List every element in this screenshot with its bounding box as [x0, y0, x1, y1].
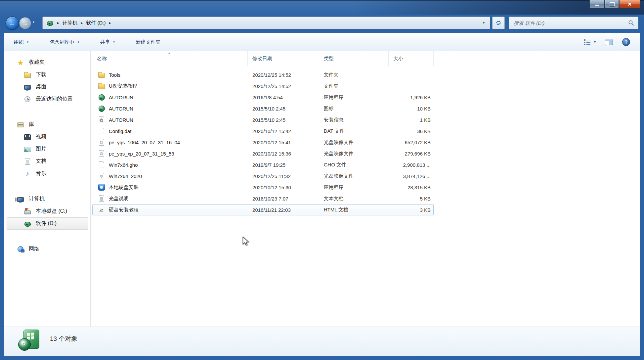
main-area: ★收藏夹下载桌面最近访问的位置库视频图片文档♪音乐计算机本地磁盘 (C:)软件 … [4, 51, 640, 327]
chevron-down-icon: ▼ [26, 41, 29, 44]
file-type: 光盘映像文件 [319, 151, 389, 157]
sidebar-item-计算机[interactable]: 计算机 [7, 193, 88, 205]
file-row[interactable]: AUTORUN2015/5/10 2:45图标10 KB [92, 103, 434, 114]
sidebar-item-库[interactable]: 库 [7, 118, 88, 131]
sidebar-item-label: 图片 [36, 146, 46, 153]
file-row[interactable]: pe_yqs_1064_20_07_31_16_042020/10/12 15:… [92, 137, 434, 148]
sidebar-item-软件 (D:)[interactable]: 软件 (D:) [7, 217, 88, 230]
file-row[interactable]: 本地硬盘安装2020/10/12 15:30应用程序28,315 KB [92, 182, 434, 193]
toolbar-button-4[interactable]: 新建文件夹 [136, 39, 161, 45]
file-row[interactable]: pe_yqs_xp_20_07_31_15_532020/10/12 15:36… [92, 148, 434, 159]
file-size: 36 KB [388, 128, 433, 134]
file-name-cell: Win7x64_2020 [93, 173, 248, 179]
sidebar-item-音乐[interactable]: ♪音乐 [7, 167, 88, 180]
forward-button[interactable]: → [19, 17, 31, 29]
file-type: HTML 文档 [319, 207, 389, 213]
toolbar-button-1[interactable]: 组织▼ [14, 39, 29, 45]
file-row[interactable]: Win7x64_20202020/12/25 11:32光盘映像文件3,874,… [92, 170, 434, 182]
sidebar-item-本地磁盘 (C:)[interactable]: 本地磁盘 (C:) [7, 205, 88, 217]
ie-html-icon [97, 206, 106, 213]
views-icon[interactable] [584, 39, 590, 45]
address-bar[interactable]: ▶计算机▶软件 (D:)▶ ▼ [42, 17, 490, 29]
chevron-down-icon: ▼ [77, 41, 80, 44]
file-row[interactable]: Win7x64.gho2019/9/7 19:25GHO 文件2,900,813… [92, 159, 434, 170]
breadcrumb-separator-icon: ▶ [81, 22, 83, 24]
sidebar-item-下载[interactable]: 下载 [7, 68, 88, 81]
sidebar-item-label: 软件 (D:) [36, 220, 57, 227]
help-icon[interactable]: ? [622, 38, 630, 46]
breadcrumb-item[interactable]: 计算机 [63, 20, 77, 26]
file-date: 2020/12/25 11:32 [248, 173, 319, 179]
blank-file-icon [97, 128, 106, 134]
back-button[interactable]: ← [6, 17, 19, 30]
file-row[interactable]: Config.dat2020/10/12 15:42DAT 文件36 KB [92, 125, 434, 137]
recent-places-icon [23, 96, 32, 102]
sidebar-item-最近访问的位置[interactable]: 最近访问的位置 [7, 93, 88, 105]
maximize-button[interactable] [605, 0, 619, 8]
search-input[interactable] [513, 20, 628, 26]
search-box[interactable] [509, 17, 638, 29]
file-name-cell: U盘安装教程 [93, 83, 248, 89]
file-name: 本地硬盘安装 [109, 184, 139, 191]
file-name-cell: AUTORUN [93, 94, 248, 101]
file-name: Config.dat [109, 128, 131, 134]
file-size: 652,072 KB [388, 140, 433, 145]
setup-info-icon [97, 116, 106, 123]
file-name-cell: AUTORUN [93, 116, 248, 123]
file-name: AUTORUN [109, 117, 133, 123]
column-header-date[interactable]: 修改日期 [248, 51, 319, 66]
file-name: 光盘说明 [109, 196, 129, 202]
file-row[interactable]: 光盘说明2016/10/23 7:07文本文档5 KB [92, 193, 434, 204]
file-name: 硬盘安装教程 [109, 207, 139, 213]
address-dropdown-icon[interactable]: ▼ [482, 21, 487, 24]
sidebar-item-label: 最近访问的位置 [36, 96, 73, 103]
file-size: 1,926 KB [388, 95, 433, 100]
file-row[interactable]: AUTORUN2015/5/10 2:45安装信息1 KB [92, 114, 434, 125]
file-type: 文本文档 [319, 196, 389, 202]
file-date: 2020/10/12 15:36 [248, 151, 319, 157]
sidebar-group: 网络 [4, 243, 90, 255]
column-header-type[interactable]: 类型 [319, 51, 389, 66]
minimize-button[interactable] [589, 0, 605, 8]
refresh-button[interactable] [492, 17, 505, 29]
file-name: pe_yqs_xp_20_07_31_15_53 [109, 151, 174, 157]
file-row[interactable]: Tools2020/12/25 14:52文件夹 [92, 69, 434, 80]
views-dropdown-icon[interactable]: ▼ [593, 40, 596, 44]
breadcrumb-separator-icon: ▶ [109, 22, 111, 24]
sidebar-item-图片[interactable]: 图片 [7, 143, 88, 155]
file-row[interactable]: AUTORUN2016/1/8 4:54应用程序1,926 KB [92, 92, 434, 103]
close-icon [627, 2, 632, 6]
file-date: 2015/5/10 2:45 [248, 106, 319, 112]
preview-pane-icon[interactable] [605, 39, 613, 45]
blank-file-icon [97, 161, 106, 168]
sidebar-group: ★收藏夹下载桌面最近访问的位置 [4, 56, 90, 105]
column-header-label: 名称 [97, 56, 107, 62]
column-header-size[interactable]: 大小 [389, 51, 434, 66]
sidebar-item-文档[interactable]: 文档 [7, 155, 88, 167]
file-row[interactable]: 硬盘安装教程2016/11/21 22:03HTML 文档3 KB [92, 204, 434, 215]
drive-d-large-icon [18, 330, 41, 351]
file-date: 2019/9/7 19:25 [248, 162, 319, 168]
sidebar-item-label: 下载 [36, 71, 46, 78]
sidebar-item-桌面[interactable]: 桌面 [7, 81, 88, 93]
file-name-cell: Config.dat [93, 128, 248, 134]
command-toolbar: 组织▼包含到库中▼共享▼新建文件夹 ▼ ? [4, 33, 640, 51]
sidebar-group: 计算机本地磁盘 (C:)软件 (D:) [4, 193, 90, 230]
sidebar-item-label: 网络 [29, 246, 39, 252]
toolbar-button-2[interactable]: 包含到库中▼ [50, 39, 80, 45]
toolbar-button-3[interactable]: 共享▼ [100, 39, 115, 45]
sidebar-item-视频[interactable]: 视频 [7, 131, 88, 143]
file-row[interactable]: U盘安装教程2020/12/25 14:52文件夹 [92, 80, 434, 92]
file-size: 5 KB [388, 196, 433, 202]
file-size: 28,315 KB [388, 185, 433, 190]
file-date: 2016/11/21 22:03 [248, 207, 319, 213]
sidebar-item-网络[interactable]: 网络 [7, 243, 88, 255]
breadcrumb-item[interactable]: 软件 (D:) [86, 20, 106, 26]
sidebar-item-收藏夹[interactable]: ★收藏夹 [7, 56, 88, 68]
window-controls [589, 0, 640, 8]
file-size: 3 KB [388, 207, 433, 213]
file-name-cell: pe_yqs_xp_20_07_31_15_53 [93, 150, 248, 157]
recent-pages-chevron-icon[interactable]: ▼ [32, 21, 35, 24]
close-button[interactable] [619, 0, 640, 8]
file-name: Tools [109, 72, 120, 78]
